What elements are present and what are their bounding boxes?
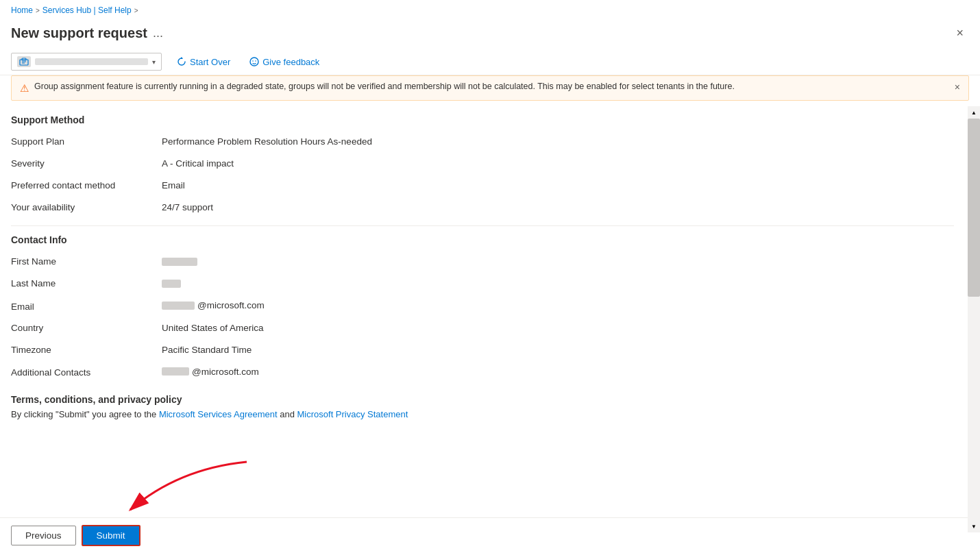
timezone-label: Timezone bbox=[11, 345, 162, 355]
tenant-dropdown[interactable]: ▾ bbox=[11, 53, 162, 71]
give-feedback-button[interactable]: Give feedback bbox=[245, 54, 323, 70]
additional-contacts-redacted bbox=[162, 367, 189, 376]
start-over-button[interactable]: Start Over bbox=[173, 54, 234, 70]
field-row-preferred-contact: Preferred contact method Email bbox=[11, 175, 954, 197]
previous-button[interactable]: Previous bbox=[11, 526, 76, 545]
field-row-support-plan: Support Plan Performance Problem Resolut… bbox=[11, 131, 954, 153]
breadcrumb-home[interactable]: Home bbox=[11, 5, 33, 15]
availability-value: 24/7 support bbox=[162, 202, 213, 212]
page-title: New support request bbox=[11, 25, 147, 41]
field-row-severity: Severity A - Critical impact bbox=[11, 153, 954, 175]
footer-bar: Previous Submit bbox=[0, 517, 980, 553]
toolbar: ▾ Start Over Give feedback bbox=[0, 49, 980, 75]
breadcrumb-services-hub[interactable]: Services Hub | Self Help bbox=[42, 5, 132, 15]
email-value: @microsoft.com bbox=[162, 300, 265, 310]
breadcrumb: Home > Services Hub | Self Help > bbox=[0, 0, 980, 21]
field-row-additional-contacts: Additional Contacts @microsoft.com bbox=[11, 361, 954, 384]
breadcrumb-sep1: > bbox=[36, 7, 40, 14]
field-row-timezone: Timezone Pacific Standard Time bbox=[11, 339, 954, 361]
alert-message: Group assignment feature is currently ru… bbox=[34, 82, 735, 91]
svg-point-6 bbox=[252, 60, 254, 62]
terms-prefix: By clicking "Submit" you agree to the bbox=[11, 409, 159, 419]
first-name-value bbox=[162, 256, 197, 267]
country-label: Country bbox=[11, 323, 162, 333]
scroll-down-button[interactable]: ▼ bbox=[968, 520, 980, 532]
feedback-icon bbox=[249, 57, 259, 66]
country-value: United States of America bbox=[162, 323, 264, 333]
field-row-first-name: First Name bbox=[11, 251, 954, 273]
alert-close-button[interactable]: × bbox=[955, 82, 960, 93]
last-name-value bbox=[162, 278, 181, 288]
tenant-icon bbox=[17, 56, 31, 67]
close-button[interactable]: × bbox=[951, 23, 969, 43]
last-name-label: Last Name bbox=[11, 278, 162, 288]
support-plan-label: Support Plan bbox=[11, 136, 162, 147]
scroll-area: ▲ ▼ Support Method Support Plan Performa… bbox=[0, 106, 980, 532]
last-name-redacted bbox=[162, 280, 181, 288]
start-over-label: Start Over bbox=[190, 57, 230, 67]
email-suffix: @microsoft.com bbox=[197, 300, 265, 310]
give-feedback-label: Give feedback bbox=[262, 57, 319, 67]
microsoft-privacy-statement-link[interactable]: Microsoft Privacy Statement bbox=[297, 409, 408, 419]
svg-point-5 bbox=[250, 58, 258, 66]
alert-banner: ⚠ Group assignment feature is currently … bbox=[11, 75, 969, 101]
start-over-icon bbox=[177, 57, 186, 66]
submit-button[interactable]: Submit bbox=[82, 525, 140, 546]
microsoft-services-agreement-link[interactable]: Microsoft Services Agreement bbox=[159, 409, 278, 419]
more-options-icon[interactable]: ... bbox=[153, 26, 163, 40]
tenant-bar bbox=[35, 58, 148, 65]
svg-point-7 bbox=[255, 60, 256, 62]
first-name-redacted bbox=[162, 258, 197, 266]
severity-value: A - Critical impact bbox=[162, 158, 234, 169]
preferred-contact-label: Preferred contact method bbox=[11, 180, 162, 191]
timezone-value: Pacific Standard Time bbox=[162, 345, 252, 355]
contact-info-section-title: Contact Info bbox=[11, 225, 954, 251]
support-plan-value: Performance Problem Resolution Hours As-… bbox=[162, 136, 372, 147]
page-header: New support request ... × bbox=[0, 21, 980, 49]
field-row-country: Country United States of America bbox=[11, 317, 954, 339]
email-label: Email bbox=[11, 302, 162, 312]
first-name-label: First Name bbox=[11, 256, 162, 267]
alert-icon: ⚠ bbox=[20, 82, 29, 95]
field-row-email: Email @microsoft.com bbox=[11, 295, 954, 317]
dropdown-chevron-icon: ▾ bbox=[152, 58, 156, 66]
breadcrumb-sep2: > bbox=[134, 7, 138, 14]
preferred-contact-value: Email bbox=[162, 180, 185, 191]
email-redacted bbox=[162, 302, 195, 310]
scroll-thumb[interactable] bbox=[968, 119, 980, 297]
support-method-section-title: Support Method bbox=[11, 106, 954, 131]
availability-label: Your availability bbox=[11, 202, 162, 212]
severity-label: Severity bbox=[11, 158, 162, 169]
field-row-last-name: Last Name bbox=[11, 273, 954, 295]
additional-contacts-value: @microsoft.com bbox=[162, 367, 259, 377]
scroll-track bbox=[968, 119, 980, 520]
scroll-up-button[interactable]: ▲ bbox=[968, 106, 980, 119]
terms-middle: and bbox=[280, 409, 297, 419]
terms-text: By clicking "Submit" you agree to the Mi… bbox=[11, 409, 954, 419]
field-row-availability: Your availability 24/7 support bbox=[11, 197, 954, 219]
additional-contacts-suffix: @microsoft.com bbox=[192, 367, 259, 377]
additional-contacts-label: Additional Contacts bbox=[11, 367, 162, 378]
terms-section: Terms, conditions, and privacy policy By… bbox=[11, 383, 954, 425]
terms-title: Terms, conditions, and privacy policy bbox=[11, 394, 954, 405]
